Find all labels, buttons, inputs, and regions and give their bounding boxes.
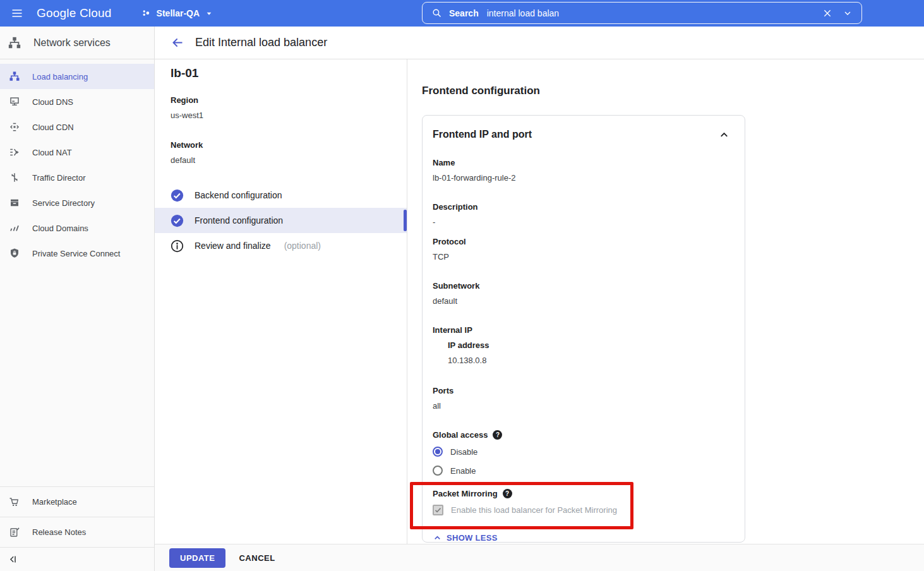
network-services-icon	[8, 36, 21, 50]
show-less-label: SHOW LESS	[447, 533, 498, 543]
sidebar-item-service-directory[interactable]: Service Directory	[0, 190, 154, 215]
sidebar-item-label: Cloud CDN	[32, 123, 74, 132]
sidebar-item-load-balancing[interactable]: Load balancing	[0, 64, 154, 89]
back-arrow-icon	[171, 36, 184, 49]
step-label: Frontend configuration	[195, 215, 283, 225]
help-icon[interactable]: ?	[503, 489, 512, 498]
subnetwork-field: Subnetwork default	[433, 281, 732, 306]
cloud-cdn-icon	[9, 121, 20, 133]
sidebar-item-cloud-domains[interactable]: Cloud Domains	[0, 215, 154, 241]
sidebar-item-label: Release Notes	[32, 527, 86, 537]
chevron-up-icon	[433, 533, 442, 543]
step-optional-label: (optional)	[284, 241, 321, 251]
packet-mirroring-field: Packet Mirroring ? Enable this load bala…	[433, 489, 732, 515]
content-area: Edit Internal load balancer lb-01 Region…	[155, 27, 924, 571]
sidebar-item-label: Service Directory	[32, 198, 95, 208]
show-less-button[interactable]: SHOW LESS	[433, 533, 732, 543]
field-value: all	[433, 401, 732, 411]
sidebar-item-traffic-director[interactable]: Traffic Director	[0, 165, 154, 190]
step-label: Review and finalize	[195, 241, 271, 251]
caret-down-icon	[204, 8, 214, 18]
step-label: Backend configuration	[195, 190, 282, 200]
description-field: Description -	[433, 202, 732, 227]
cloud-nat-icon	[9, 147, 20, 158]
step-backend-configuration[interactable]: Backend configuration	[155, 183, 407, 208]
cancel-button[interactable]: CANCEL	[239, 553, 275, 563]
search-bar[interactable]: Search internal load balan	[422, 2, 862, 24]
private-service-connect-icon	[9, 248, 20, 259]
sidebar-item-label: Cloud DNS	[32, 97, 73, 107]
search-query[interactable]: internal load balan	[487, 8, 822, 18]
step-frontend-configuration[interactable]: Frontend configuration	[155, 208, 407, 233]
ip-address-label: IP address	[448, 340, 732, 350]
protocol-field: Protocol TCP	[433, 237, 732, 261]
page-header: Edit Internal load balancer	[155, 27, 924, 59]
collapse-section-button[interactable]	[716, 126, 732, 143]
sidebar-item-cloud-nat[interactable]: Cloud NAT	[0, 140, 154, 165]
sidebar-spacer	[0, 266, 154, 486]
checkbox-label: Enable this load balancer for Packet Mir…	[451, 505, 617, 515]
region-value: us-west1	[171, 111, 407, 120]
checkbox-checked-disabled-icon	[433, 505, 443, 515]
field-label: Name	[433, 158, 732, 167]
search-icon	[431, 8, 442, 18]
network-value: default	[171, 155, 407, 165]
traffic-director-icon	[9, 172, 20, 183]
field-label: Description	[433, 202, 732, 212]
field-label: Ports	[433, 386, 732, 395]
name-field: Name lb-01-forwarding-rule-2	[433, 158, 732, 183]
radio-option-enable[interactable]: Enable	[433, 464, 732, 478]
sidebar-item-release-notes[interactable]: Release Notes	[0, 517, 154, 547]
network-field: Network default	[171, 140, 407, 165]
sidebar-item-cloud-cdn[interactable]: Cloud CDN	[0, 114, 154, 140]
radio-option-disable[interactable]: Disable	[433, 445, 732, 459]
cloud-dns-icon	[9, 96, 20, 107]
project-name: Stellar-QA	[157, 8, 200, 18]
release-notes-icon	[9, 527, 20, 538]
ip-address-value: 10.138.0.8	[448, 356, 732, 365]
sidebar-item-cloud-dns[interactable]: Cloud DNS	[0, 89, 154, 114]
sidebar-item-label: Cloud Domains	[32, 224, 88, 233]
project-dots-icon	[141, 8, 152, 19]
packet-mirroring-checkbox-row[interactable]: Enable this load balancer for Packet Mir…	[433, 505, 732, 515]
step-scroll-indicator[interactable]	[404, 210, 407, 231]
update-button[interactable]: UPDATE	[169, 548, 225, 568]
sidebar-header: Network services	[0, 27, 154, 59]
sidebar-nav: Load balancing Cloud DNS Cloud CDN	[0, 59, 154, 266]
project-picker[interactable]: Stellar-QA	[141, 8, 214, 19]
frontend-ip-port-card: Frontend IP and port Name lb-01-forwardi…	[422, 115, 745, 543]
sidebar-item-private-service-connect[interactable]: Private Service Connect	[0, 241, 154, 266]
top-app-bar: Google Cloud Stellar-QA Search internal …	[0, 0, 924, 27]
field-label: Subnetwork	[433, 281, 732, 291]
sidebar: Network services Load balancing Cloud DN…	[0, 27, 155, 571]
collapse-sidebar-button[interactable]	[0, 547, 154, 571]
cloud-domains-icon	[9, 222, 20, 234]
step-review-and-finalize[interactable]: Review and finalize (optional)	[155, 233, 407, 258]
ports-field: Ports all	[433, 386, 732, 411]
step-info-icon	[171, 239, 184, 253]
menu-button[interactable]	[6, 3, 28, 24]
field-label: Protocol	[433, 237, 732, 246]
radio-label: Enable	[450, 466, 476, 476]
sidebar-item-label: Cloud NAT	[32, 148, 72, 157]
load-balancer-name: lb-01	[171, 66, 407, 80]
gcp-console: Google Cloud Stellar-QA Search internal …	[0, 0, 924, 571]
clear-search-icon[interactable]	[822, 8, 832, 18]
action-bar: UPDATE CANCEL	[155, 544, 924, 571]
field-label: Packet Mirroring	[433, 489, 498, 498]
radio-label: Disable	[450, 447, 477, 457]
field-value: TCP	[433, 252, 732, 261]
internal-ip-field: Internal IP IP address 10.138.0.8	[433, 325, 732, 365]
field-value: -	[433, 217, 732, 227]
step-complete-icon	[171, 189, 184, 202]
service-directory-icon	[9, 197, 20, 208]
back-button[interactable]	[166, 32, 189, 54]
expand-search-icon[interactable]	[843, 8, 853, 18]
sidebar-item-marketplace[interactable]: Marketplace	[0, 486, 154, 517]
google-cloud-logo: Google Cloud	[37, 6, 112, 20]
radio-unselected-icon	[433, 466, 443, 476]
panel-heading: Frontend configuration	[422, 85, 924, 97]
chevron-up-icon	[718, 129, 730, 141]
sidebar-item-label: Load balancing	[32, 72, 88, 81]
help-icon[interactable]: ?	[493, 430, 502, 440]
